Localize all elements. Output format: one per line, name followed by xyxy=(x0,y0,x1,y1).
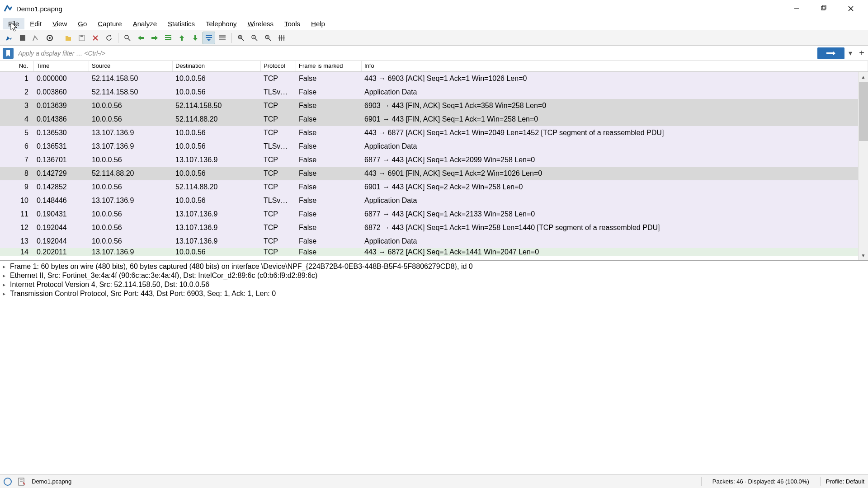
expand-icon[interactable]: ▸ xyxy=(3,263,10,270)
menu-wireless[interactable]: Wireless xyxy=(242,18,279,29)
packet-row[interactable]: 20.00386052.114.158.5010.0.0.56TLSv…Fals… xyxy=(0,85,868,99)
svg-rect-2 xyxy=(822,5,826,9)
packet-row[interactable]: 110.19043110.0.0.5613.107.136.9TCPFalse6… xyxy=(0,207,868,221)
go-first-icon[interactable] xyxy=(175,32,188,44)
svg-point-7 xyxy=(49,37,51,39)
menu-telephony[interactable]: Telephony xyxy=(200,18,242,29)
column-header-marked[interactable]: Frame is marked xyxy=(296,61,362,71)
status-bar: Demo1.pcapng Packets: 46 · Displayed: 46… xyxy=(0,474,868,488)
column-header-time[interactable]: Time xyxy=(34,61,89,71)
detail-ip[interactable]: ▸Internet Protocol Version 4, Src: 52.11… xyxy=(0,280,868,289)
menu-view[interactable]: View xyxy=(47,18,72,29)
packet-row[interactable]: 130.19204410.0.0.5613.107.136.9TCPFalseA… xyxy=(0,235,868,248)
toolbar-separator xyxy=(118,33,118,43)
svg-rect-16 xyxy=(165,39,171,40)
packet-row[interactable]: 50.13653013.107.136.910.0.0.56TCPFalse44… xyxy=(0,126,868,140)
reload-file-icon[interactable] xyxy=(103,32,115,44)
svg-rect-17 xyxy=(206,35,212,36)
wireshark-app-icon xyxy=(4,4,13,13)
menu-analyze[interactable]: Analyze xyxy=(127,18,162,29)
svg-rect-20 xyxy=(219,37,226,38)
menu-edit[interactable]: Edit xyxy=(24,18,47,29)
packet-row[interactable]: 90.14285210.0.0.5652.114.88.20TCPFalse69… xyxy=(0,180,868,194)
packet-row[interactable]: 80.14272952.114.88.2010.0.0.56TCPFalse44… xyxy=(0,167,868,180)
capture-file-props-icon[interactable] xyxy=(17,477,26,486)
column-header-source[interactable]: Source xyxy=(89,61,173,71)
go-back-icon[interactable] xyxy=(135,32,147,44)
detail-ethernet[interactable]: ▸Ethernet II, Src: Fortinet_3e:4a:4f (90… xyxy=(0,271,868,280)
display-filter-input[interactable] xyxy=(15,47,816,59)
column-header-no[interactable]: No. xyxy=(0,61,34,71)
restart-capture-icon[interactable] xyxy=(30,32,42,44)
detail-frame[interactable]: ▸Frame 1: 60 bytes on wire (480 bits), 6… xyxy=(0,262,868,271)
go-to-packet-icon[interactable] xyxy=(162,32,175,44)
go-last-icon[interactable] xyxy=(189,32,202,44)
status-profile[interactable]: Profile: Default xyxy=(826,478,864,485)
filter-history-dropdown[interactable]: ▾ xyxy=(845,47,855,59)
packet-list-scrollbar[interactable]: ▲ ▼ xyxy=(858,72,868,260)
find-packet-icon[interactable] xyxy=(121,32,134,44)
svg-line-27 xyxy=(255,38,257,41)
packet-row[interactable]: 60.13653113.107.136.910.0.0.56TLSv…False… xyxy=(0,140,868,153)
zoom-out-icon[interactable] xyxy=(248,32,261,44)
status-packets: Packets: 46 · Displayed: 46 (100.0%) xyxy=(712,478,809,485)
packet-details-pane[interactable]: ▸Frame 1: 60 bytes on wire (480 bits), 6… xyxy=(0,261,868,473)
start-capture-icon[interactable] xyxy=(3,32,15,44)
packet-list-header: No. Time Source Destination Protocol Fra… xyxy=(0,61,868,72)
svg-rect-21 xyxy=(219,39,226,40)
menu-tools[interactable]: Tools xyxy=(279,18,306,29)
packet-row[interactable]: 40.01438610.0.0.5652.114.88.20TCPFalse69… xyxy=(0,113,868,126)
column-header-destination[interactable]: Destination xyxy=(173,61,261,71)
column-header-info[interactable]: Info xyxy=(362,61,868,71)
menu-statistics[interactable]: Statistics xyxy=(162,18,200,29)
save-file-icon[interactable] xyxy=(75,32,88,44)
svg-rect-36 xyxy=(19,478,24,485)
svg-rect-14 xyxy=(165,35,171,36)
display-filter-bar: ▾ + xyxy=(0,46,868,61)
colorize-icon[interactable] xyxy=(216,32,229,44)
expert-info-icon[interactable] xyxy=(4,478,12,486)
packet-row[interactable]: 140.20201113.107.136.910.0.0.56TCPFalse4… xyxy=(0,248,868,256)
packet-row[interactable]: 120.19204410.0.0.5613.107.136.9TCPFalse6… xyxy=(0,221,868,235)
expand-icon[interactable]: ▸ xyxy=(3,272,10,279)
scroll-down-icon[interactable]: ▼ xyxy=(859,250,868,260)
apply-filter-button[interactable] xyxy=(817,47,844,59)
capture-options-icon[interactable] xyxy=(43,32,56,44)
bookmark-filter-icon[interactable] xyxy=(3,48,14,59)
menu-bar: File Edit View Go Capture Analyze Statis… xyxy=(0,17,868,30)
toolbar-separator xyxy=(59,33,59,43)
auto-scroll-icon[interactable] xyxy=(203,32,215,44)
mouse-cursor-icon xyxy=(10,22,19,33)
detail-tcp[interactable]: ▸Transmission Control Protocol, Src Port… xyxy=(0,289,868,298)
expand-icon[interactable]: ▸ xyxy=(3,282,10,288)
packet-row[interactable]: 30.01363910.0.0.5652.114.158.50TCPFalse6… xyxy=(0,99,868,113)
column-header-protocol[interactable]: Protocol xyxy=(261,61,296,71)
close-button[interactable] xyxy=(837,0,864,17)
svg-text:1: 1 xyxy=(266,36,268,39)
resize-columns-icon[interactable] xyxy=(275,32,288,44)
add-filter-button[interactable]: + xyxy=(855,47,868,59)
packet-row[interactable]: 10.00000052.114.158.5010.0.0.56TCPFalse4… xyxy=(0,72,868,85)
maximize-button[interactable] xyxy=(810,0,837,17)
scrollbar-thumb[interactable] xyxy=(859,82,868,141)
minimize-button[interactable] xyxy=(783,0,810,17)
packet-list[interactable]: ▲ ▼ 10.00000052.114.158.5010.0.0.56TCPFa… xyxy=(0,72,868,260)
svg-point-12 xyxy=(125,35,128,39)
menu-go[interactable]: Go xyxy=(72,18,92,29)
open-file-icon[interactable] xyxy=(62,32,75,44)
toolbar: 1 xyxy=(0,30,868,46)
menu-help[interactable]: Help xyxy=(306,18,330,29)
go-forward-icon[interactable] xyxy=(148,32,161,44)
status-filename: Demo1.pcapng xyxy=(32,478,696,485)
scroll-up-icon[interactable]: ▲ xyxy=(859,72,868,82)
zoom-in-icon[interactable] xyxy=(235,32,247,44)
stop-capture-icon[interactable] xyxy=(16,32,29,44)
titlebar: Demo1.pcapng xyxy=(0,0,868,17)
svg-line-30 xyxy=(269,38,271,41)
close-file-icon[interactable] xyxy=(89,32,102,44)
packet-row[interactable]: 70.13670110.0.0.5613.107.136.9TCPFalse68… xyxy=(0,153,868,167)
packet-row[interactable]: 100.14844613.107.136.910.0.0.56TLSv…Fals… xyxy=(0,194,868,207)
menu-capture[interactable]: Capture xyxy=(92,18,127,29)
zoom-reset-icon[interactable]: 1 xyxy=(262,32,274,44)
expand-icon[interactable]: ▸ xyxy=(3,291,10,297)
